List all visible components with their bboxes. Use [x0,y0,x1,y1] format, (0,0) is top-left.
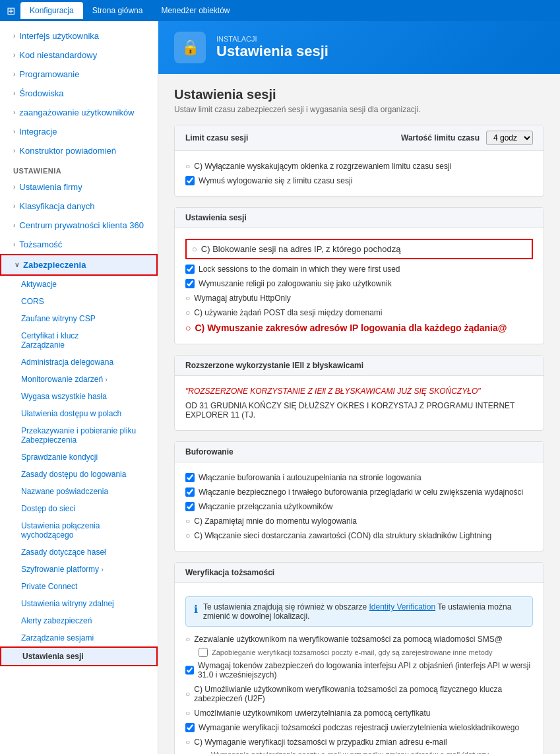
wymusz-checkbox[interactable] [185,176,195,185]
identity-verification-link[interactable]: Identity Verification [369,602,435,612]
form-row-wlaczanie-bezp: Włączanie bezpiecznego i trwałego buforo… [185,485,533,499]
sidebar-item-interfejs[interactable]: › Interfejs użytkownika [0,26,158,46]
sidebar-item-srodowiska[interactable]: › Środowiska [0,84,158,103]
sidebar-item-programowanie[interactable]: › Programowanie [0,65,158,84]
info-banner-weryfikacja: ℹ Te ustawienia znajdują się również w o… [185,596,533,627]
sidebar-subitem-ustawienia-sesji[interactable]: Ustawienia sesji [0,646,158,666]
tab-menedzer[interactable]: Menedżer obiektów [152,2,239,19]
chevron-icon: › [13,147,15,154]
section-rozszerzone: Rozszerzone wykorzystanie IEll z błyskaw… [174,355,544,431]
sidebar-subitem-ustawienia-witryny[interactable]: Ustawienia witryny zdalnej [0,595,158,612]
sidebar-item-integracje[interactable]: › Integracje [0,122,158,141]
wlaczanie-buf-checkbox[interactable] [185,473,195,482]
option-icon: ○ [192,244,197,254]
section-header-ustawienia: Ustawienia sesji [175,208,544,228]
form-row-httponly: ○ Wymagaj atrybutu HttpOnly [185,291,533,305]
form-row-zapamietaj: ○ C) Zapamiętaj mnie do momentu wylogowa… [185,514,533,528]
lock-sessions-checkbox[interactable] [185,265,195,274]
option-icon: ○ [185,517,190,526]
chevron-icon: › [101,566,103,573]
chevron-icon: › [13,90,15,97]
chevron-icon: › [13,183,15,191]
option-icon: ○ [185,294,190,303]
sidebar-subitem-dostep[interactable]: Dostęp do sieci [0,500,158,517]
page-header-text: INSTALACJI Ustawienia sesji [216,35,328,60]
chevron-icon: › [105,376,107,383]
wlaczanie-bezp-checkbox[interactable] [185,487,195,497]
sidebar-item-zaangazowanie[interactable]: › zaangażowanie użytkowników [0,103,158,122]
tab-strona-glowna[interactable]: Strona główna [83,2,152,19]
section-buforowanie: Buforowanie Włączanie buforowania i auto… [174,441,544,551]
sidebar-subitem-aktywacje[interactable]: Aktywacje [0,276,158,293]
page-title: Ustawienia sesji [174,87,544,102]
sidebar: › Interfejs użytkownika › Kod niestandar… [0,21,158,754]
form-row-potwierdzenia: Wymaganie potwierdzenia poczty e-mail w … [185,749,533,754]
sidebar-item-konstruktor[interactable]: › Konstruktor powiadomień [0,141,158,160]
section-label-ustawienia: USTAWIENIA [0,160,158,177]
section-header-limit: Limit czasu sesji Wartość limitu czasu 4… [175,125,544,151]
sidebar-item-tozsamosc[interactable]: › Tożsamość [0,235,158,254]
section-body-limit: ○ C) Wyłączanie wyskakującym okienka z r… [175,151,544,196]
sidebar-subitem-monitorowanie[interactable]: Monitorowanie zdarzeń › [0,371,158,388]
section-body-buforowanie: Włączanie buforowania i autouzupełniania… [175,462,544,551]
wymaganie-wer-checkbox[interactable] [185,723,195,732]
section-body-ustawienia: ○ C) Blokowanie sesji na adres IP, z któ… [175,228,544,344]
sidebar-item-zabezpieczenia[interactable]: ∨ Zabezpieczenia [0,254,158,276]
option-icon: ○ [185,162,190,171]
wymagaj-tokenow-checkbox[interactable] [185,666,194,675]
sidebar-subitem-nazwane[interactable]: Nazwane poświadczenia [0,483,158,500]
main-layout: › Interfejs użytkownika › Kod niestandar… [0,21,560,754]
info-icon: ℹ [194,603,198,615]
shield-icon: 🔒 [181,39,199,56]
chevron-icon: › [13,222,15,229]
top-bar: ⊞ Konfiguracja Strona główna Menedżer ob… [0,0,560,21]
page-subtitle: Ustaw limit czasu zabezpieczeń sesji i w… [174,105,544,114]
form-row-zmian-adresu: ○ C) Wymaganie weryfikacji tożsamości w … [185,735,533,749]
option-icon: ○ [185,308,190,317]
sidebar-item-ustawienia-firmy[interactable]: › Ustawienia firmy [0,177,158,197]
sidebar-subitem-zasady-hasel[interactable]: Zasady dotyczące haseł [0,544,158,561]
page-header-subtitle: INSTALACJI [216,35,328,43]
sidebar-subitem-alerty[interactable]: Alerty zabezpieczeń [0,612,158,629]
wymuszanie-religii-checkbox[interactable] [185,279,195,288]
sidebar-subitem-ustawienia-polaczenia[interactable]: Ustawienia połączenia wychodzącego [0,517,158,544]
timeout-select[interactable]: 4 godz [486,131,533,145]
section-body-weryfikacja: ℹ Te ustawienia znajdują się również w o… [175,583,544,754]
sidebar-subitem-ulatwienia[interactable]: Ułatwienia dostępu w polach [0,405,158,422]
page-header-icon: 🔒 [174,32,206,63]
timeout-label: Wartość limitu czasu [401,133,480,142]
sidebar-subitem-przekazywanie[interactable]: Przekazywanie i pobieranie pliku Zabezpi… [0,422,158,449]
wlaczanie-przel-checkbox[interactable] [185,502,195,511]
chevron-icon: › [13,32,15,40]
top-bar-tabs: Konfiguracja Strona główna Menedżer obie… [20,2,239,19]
tab-konfiguracja[interactable]: Konfiguracja [20,2,83,19]
sidebar-subitem-sprawdzanie[interactable]: Sprawdzanie kondycji [0,449,158,466]
form-row-certyfikat-uw: ○ Umożliwianie użytkownikom uwierzytelni… [185,706,533,720]
sidebar-subitem-zaufane[interactable]: Zaufane witryny CSP [0,310,158,327]
form-row-post: ○ C) używanie żądań POST dla sesji międz… [185,305,533,320]
page-header-title: Ustawienia sesji [216,43,328,60]
sidebar-item-kod[interactable]: › Kod niestandardowy [0,46,158,65]
sidebar-subitem-zasady-dostepu[interactable]: Zasady dostępu do logowania [0,466,158,483]
highlighted-blokowanie: ○ C) Blokowanie sesji na adres IP, z któ… [185,239,533,259]
sidebar-subitem-zarzadzanie-sesjami[interactable]: Zarządzanie sesjami [0,629,158,646]
sidebar-subitem-szyfrowanie[interactable]: Szyfrowanie platformy › [0,561,158,578]
section-header-rozszerzone: Rozszerzone wykorzystanie IEll z błyskaw… [175,356,544,376]
form-row-wymuszanie-religii: Wymuszanie religii po zalogowaniu się ja… [185,276,533,291]
sidebar-item-klasyfikacja[interactable]: › Klasyfikacja danych [0,197,158,216]
chevron-icon: › [13,71,15,78]
form-row-fizyczny-klucz: ○ C) Umożliwianie użytkownikom weryfikow… [185,682,533,706]
chevron-icon: › [13,241,15,248]
option-icon: ○ [185,323,191,333]
sidebar-subitem-wygasa[interactable]: Wygasa wszystkie hasła [0,388,158,405]
grid-icon[interactable]: ⊞ [7,5,15,17]
sidebar-subitem-cors[interactable]: CORS [0,293,158,310]
sidebar-item-centrum[interactable]: › Centrum prywatności klienta 360 [0,216,158,235]
sidebar-subitem-administracja[interactable]: Administracja delegowana [0,354,158,371]
sidebar-subitem-private-connect[interactable]: Private Connect [0,578,158,595]
form-row-wymusz: Wymuś wylogowanie się z limitu czasu ses… [185,173,533,188]
zapobieganie-checkbox[interactable] [199,648,208,657]
sidebar-subitem-certyfikat[interactable]: Certyfikat i klucz Zarządzanie [0,327,158,354]
section-header-buforowanie: Buforowanie [175,442,544,462]
chevron-icon: › [13,203,15,210]
